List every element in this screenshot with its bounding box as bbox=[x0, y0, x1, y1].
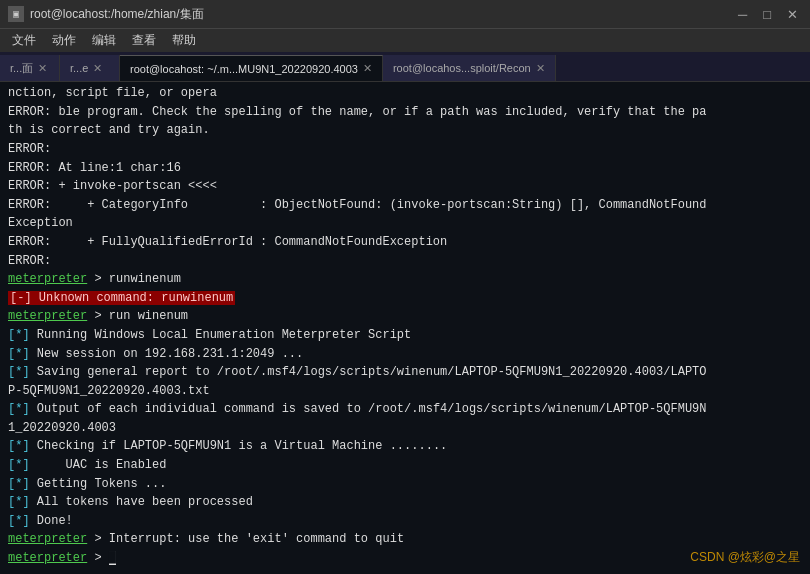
terminal-line-21: 1_20220920.4003 bbox=[8, 419, 802, 438]
tab-1-close[interactable]: ✕ bbox=[93, 62, 102, 75]
terminal-line-14: [-] Unknown command: runwinenum bbox=[8, 289, 802, 308]
tab-2-close[interactable]: ✕ bbox=[363, 62, 372, 75]
terminal-line-18: [*] Saving general report to /root/.msf4… bbox=[8, 363, 802, 382]
terminal-line-26: [*] Done! bbox=[8, 512, 802, 531]
tab-2[interactable]: root@locahost: ~/.m...MU9N1_20220920.400… bbox=[120, 55, 383, 81]
menu-help[interactable]: 帮助 bbox=[164, 30, 204, 51]
title-bar: ▣ root@locahost:/home/zhian/集面 ─ □ ✕ bbox=[0, 0, 810, 28]
terminal-line-15: meterpreter > run winenum bbox=[8, 307, 802, 326]
tab-0-close[interactable]: ✕ bbox=[38, 62, 47, 75]
title-text: root@locahost:/home/zhian/集面 bbox=[30, 6, 204, 23]
terminal-line-13: meterpreter > runwinenum bbox=[8, 270, 802, 289]
terminal-line-5: ERROR: bbox=[8, 140, 802, 159]
terminal-line-27: meterpreter > Interrupt: use the 'exit' … bbox=[8, 530, 802, 549]
maximize-button[interactable]: □ bbox=[759, 7, 775, 22]
tab-2-label: root@locahost: ~/.m...MU9N1_20220920.400… bbox=[130, 63, 358, 75]
terminal-line-19: P-5QFMU9N1_20220920.4003.txt bbox=[8, 382, 802, 401]
tab-3-label: root@locahos...sploit/Recon bbox=[393, 62, 531, 74]
tab-3-close[interactable]: ✕ bbox=[536, 62, 545, 75]
terminal-line-23: [*] UAC is Enabled bbox=[8, 456, 802, 475]
menu-bar: 文件 动作 编辑 查看 帮助 bbox=[0, 28, 810, 52]
tab-bar: r...面 ✕ r...e ✕ root@locahost: ~/.m...MU… bbox=[0, 52, 810, 82]
minimize-button[interactable]: ─ bbox=[734, 7, 751, 22]
terminal[interactable]: [+] Command execution completed:ERROR: i… bbox=[0, 82, 810, 574]
menu-file[interactable]: 文件 bbox=[4, 30, 44, 51]
terminal-line-8: ERROR: + CategoryInfo : ObjectNotFound: … bbox=[8, 196, 802, 215]
terminal-line-25: [*] All tokens have been processed bbox=[8, 493, 802, 512]
menu-edit[interactable]: 编辑 bbox=[84, 30, 124, 51]
tab-1[interactable]: r...e ✕ bbox=[60, 55, 120, 81]
menu-action[interactable]: 动作 bbox=[44, 30, 84, 51]
tab-0-label: r...面 bbox=[10, 61, 33, 76]
window-icon: ▣ bbox=[8, 6, 24, 22]
terminal-line-28: meterpreter > █ bbox=[8, 549, 802, 568]
terminal-line-9: Exception bbox=[8, 214, 802, 233]
terminal-line-16: [*] Running Windows Local Enumeration Me… bbox=[8, 326, 802, 345]
terminal-line-20: [*] Output of each individual command is… bbox=[8, 400, 802, 419]
watermark: CSDN @炫彩@之星 bbox=[690, 549, 800, 566]
terminal-line-24: [*] Getting Tokens ... bbox=[8, 475, 802, 494]
tab-0[interactable]: r...面 ✕ bbox=[0, 55, 60, 81]
terminal-line-2: nction, script file, or opera bbox=[8, 84, 802, 103]
terminal-line-11: ERROR: bbox=[8, 252, 802, 271]
terminal-line-10: ERROR: + FullyQualifiedErrorId : Command… bbox=[8, 233, 802, 252]
tab-3[interactable]: root@locahos...sploit/Recon ✕ bbox=[383, 55, 556, 81]
close-button[interactable]: ✕ bbox=[783, 7, 802, 22]
menu-view[interactable]: 查看 bbox=[124, 30, 164, 51]
terminal-line-3: ERROR: ble program. Check the spelling o… bbox=[8, 103, 802, 122]
terminal-line-7: ERROR: + invoke-portscan <<<< bbox=[8, 177, 802, 196]
window-controls[interactable]: ─ □ ✕ bbox=[734, 7, 802, 22]
terminal-line-22: [*] Checking if LAPTOP-5QFMU9N1 is a Vir… bbox=[8, 437, 802, 456]
terminal-line-6: ERROR: At line:1 char:16 bbox=[8, 159, 802, 178]
title-bar-left: ▣ root@locahost:/home/zhian/集面 bbox=[8, 6, 204, 23]
terminal-line-4: th is correct and try again. bbox=[8, 121, 802, 140]
tab-1-label: r...e bbox=[70, 62, 88, 74]
terminal-line-17: [*] New session on 192.168.231.1:2049 ..… bbox=[8, 345, 802, 364]
